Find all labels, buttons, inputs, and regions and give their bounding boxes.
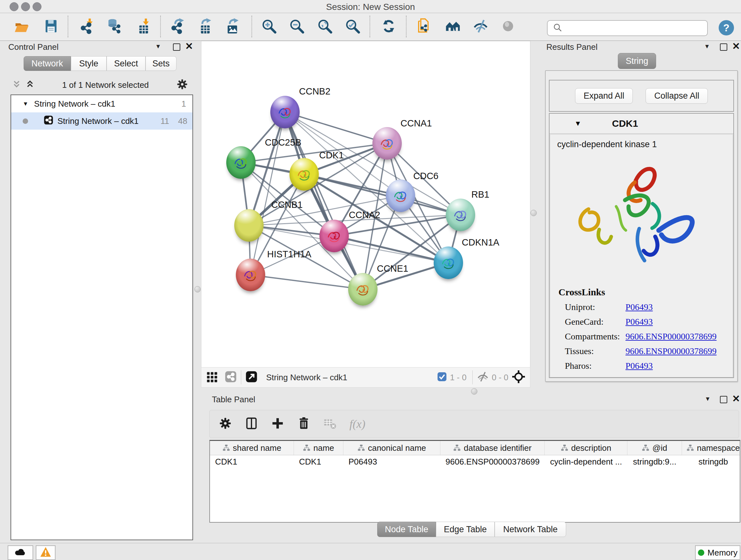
cloud-button[interactable]: [8, 545, 33, 560]
table-cell[interactable]: P06493: [343, 457, 441, 467]
trash-icon[interactable]: [297, 417, 311, 431]
save-session-button[interactable]: [42, 16, 60, 36]
section-header[interactable]: ▼ CDK1: [549, 114, 733, 134]
column-header-name[interactable]: name: [294, 441, 343, 455]
network-node-hist1h1a[interactable]: [236, 259, 265, 291]
network-collection-row[interactable]: ▼ String Network – cdk1 1: [11, 95, 192, 112]
eye-slash-icon[interactable]: [476, 370, 489, 384]
tab-edge-table[interactable]: Edge Table: [436, 522, 495, 537]
close-icon[interactable]: ✕: [732, 395, 740, 402]
network-row[interactable]: String Network – cdk1 11 48: [11, 112, 192, 130]
close-icon[interactable]: ✕: [185, 43, 193, 50]
crosslink-link[interactable]: 9606.ENSP00000378699: [625, 331, 717, 341]
tab-network-table[interactable]: Network Table: [495, 522, 566, 537]
export-table-button[interactable]: [195, 16, 214, 36]
tab-style[interactable]: Style: [71, 56, 107, 71]
network-node-cdc25b[interactable]: [226, 146, 256, 179]
column-header-description[interactable]: description: [545, 441, 627, 455]
column-header-namespace[interactable]: namespace: [682, 441, 740, 455]
network-node-rb1[interactable]: [446, 199, 475, 231]
plus-icon[interactable]: [271, 417, 284, 431]
expand-all-icon[interactable]: [25, 79, 35, 90]
disclosure-triangle-icon[interactable]: ▼: [575, 119, 582, 128]
network-node-ccnb1[interactable]: [234, 209, 264, 242]
network-node-ccna1[interactable]: [373, 127, 402, 160]
column-header-canonical-name[interactable]: canonical name: [343, 441, 441, 455]
crosslink-link[interactable]: P06493: [625, 361, 653, 371]
column-header-database-identifier[interactable]: database identifier: [441, 441, 545, 455]
crosslink-link[interactable]: P06493: [625, 302, 653, 312]
tab-node-table[interactable]: Node Table: [377, 522, 436, 537]
show-hide-button[interactable]: [471, 16, 490, 36]
gear-icon[interactable]: [219, 417, 232, 431]
help-button[interactable]: ?: [719, 20, 734, 36]
grid-icon[interactable]: [206, 370, 219, 384]
network-node-ccnb2[interactable]: [270, 96, 300, 128]
checkbox-checked-icon[interactable]: [436, 371, 448, 383]
import-table-button[interactable]: [134, 16, 152, 36]
disclosure-triangle-icon[interactable]: ▼: [23, 101, 28, 107]
crosslink-link[interactable]: 9606.ENSP00000378699: [625, 346, 717, 356]
table-cell[interactable]: 9606.ENSP00000378699: [441, 457, 545, 467]
memory-button[interactable]: Memory: [695, 545, 740, 560]
tab-select[interactable]: Select: [107, 56, 145, 71]
zoom-fit-button[interactable]: [316, 16, 334, 36]
network-node-cdk1[interactable]: [289, 158, 319, 191]
search-box[interactable]: [547, 20, 708, 36]
network-canvas[interactable]: CCNB2CCNA1CDC25BCDK1CDC6RB1CCNB1CCNA2CDK…: [201, 41, 530, 368]
tab-string[interactable]: String: [618, 53, 656, 69]
crosshair-icon[interactable]: [512, 370, 526, 385]
eye-disabled-button[interactable]: [499, 16, 517, 36]
splitter-handle[interactable]: [530, 210, 537, 216]
crosslink-row: Tissues: 9606.ENSP00000378699: [565, 346, 733, 356]
splitter-handle[interactable]: [194, 286, 201, 293]
network-node-cdc6[interactable]: [386, 179, 415, 212]
float-icon[interactable]: [173, 44, 180, 51]
panel-menu-icon[interactable]: ▾: [705, 42, 709, 51]
export-network-button[interactable]: [168, 16, 187, 36]
tab-sets[interactable]: Sets: [145, 56, 177, 71]
import-database-button[interactable]: [105, 16, 124, 36]
table-cell[interactable]: CDK1: [294, 457, 343, 467]
float-icon[interactable]: [720, 396, 727, 403]
home-button[interactable]: [443, 16, 462, 36]
table-cell[interactable]: stringdb: [682, 457, 740, 467]
columns-icon[interactable]: [245, 417, 258, 431]
collapse-all-icon[interactable]: [12, 79, 21, 90]
network-status-dot: [23, 118, 28, 124]
search-input[interactable]: [565, 21, 707, 35]
column-header-shared-name[interactable]: shared name: [210, 441, 294, 455]
tab-network[interactable]: Network: [23, 56, 71, 71]
panel-menu-icon[interactable]: ▾: [706, 395, 710, 403]
zoom-in-button[interactable]: [260, 16, 278, 36]
toolbar-separator: [406, 16, 407, 37]
float-icon[interactable]: [720, 44, 727, 51]
export-image-button[interactable]: [223, 16, 241, 36]
zoom-out-button[interactable]: [287, 16, 306, 36]
splitter-handle[interactable]: [471, 388, 477, 395]
table-cell[interactable]: cyclin-dependent ...: [545, 457, 627, 467]
table-row[interactable]: CDK1CDK1P064939606.ENSP00000378699cyclin…: [210, 455, 740, 468]
network-node-ccna2[interactable]: [320, 220, 349, 252]
column-header--id[interactable]: @id: [627, 441, 682, 455]
import-network-button[interactable]: [77, 16, 96, 36]
node-label: RB1: [471, 189, 489, 200]
warning-button[interactable]: [36, 545, 56, 560]
table-cell[interactable]: stringdb:9...: [627, 457, 682, 467]
close-icon[interactable]: ✕: [732, 43, 740, 50]
collapse-all-button[interactable]: Collapse All: [646, 88, 708, 104]
expand-all-button[interactable]: Expand All: [575, 88, 633, 104]
open-session-button[interactable]: [12, 16, 31, 36]
export-network-icon: [170, 18, 185, 34]
network-node-cdkn1a[interactable]: [434, 246, 463, 279]
external-link-icon[interactable]: [245, 370, 258, 384]
panel-menu-icon[interactable]: ▾: [156, 42, 160, 51]
crosslink-link[interactable]: P06493: [625, 317, 653, 327]
gear-icon[interactable]: [176, 78, 188, 91]
network-node-ccne1[interactable]: [348, 273, 378, 306]
new-network-from-selection-button[interactable]: [415, 16, 434, 36]
zoom-selected-button[interactable]: [343, 16, 362, 36]
refresh-button[interactable]: [380, 16, 398, 36]
table-cell[interactable]: CDK1: [210, 457, 294, 467]
share-network-icon[interactable]: [224, 370, 237, 384]
